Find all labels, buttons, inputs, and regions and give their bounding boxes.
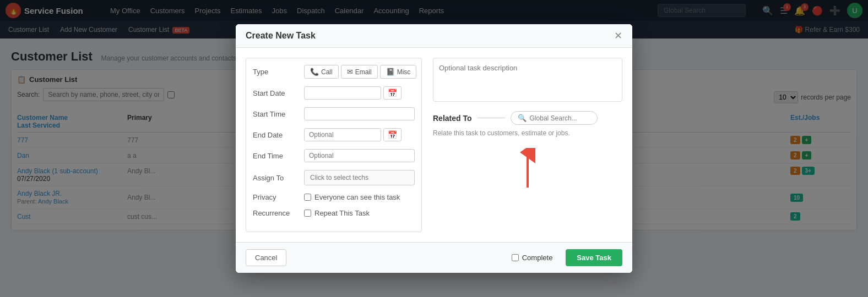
type-buttons: 📞 Call ✉ Email 📓 Misc [304,65,416,79]
related-to-line [478,118,505,118]
end-time-label: End Time [253,152,300,160]
recurrence-checkbox-label: Repeat This Task [314,209,370,217]
privacy-row: Privacy Everyone can see this task [253,193,415,201]
related-to-hint: Relate this task to customers, estimate … [433,129,622,137]
recurrence-checkbox-row: Repeat This Task [304,209,415,217]
type-label: Type [253,68,300,76]
related-to-label: Related To [433,114,472,123]
task-description-input[interactable] [433,58,622,102]
form-section: Type 📞 Call ✉ Email 📓 [246,58,422,232]
privacy-checkbox-row: Everyone can see this task [304,193,415,201]
modal-body: Type 📞 Call ✉ Email 📓 [236,48,632,242]
type-email-button[interactable]: ✉ Email [341,65,378,79]
start-time-input[interactable] [304,107,415,120]
related-search-icon: 🔍 [518,114,527,122]
misc-icon: 📓 [386,68,395,76]
type-row: Type 📞 Call ✉ Email 📓 [253,65,415,79]
email-icon: ✉ [347,68,353,76]
modal-overlay: Create New Task ✕ Type 📞 Call [0,0,868,297]
modal-header: Create New Task ✕ [236,24,632,48]
recurrence-checkbox[interactable] [304,210,311,217]
start-date-calendar-button[interactable]: 📅 [383,86,402,100]
privacy-checkbox-label: Everyone can see this task [314,193,400,201]
related-to-search-box: 🔍 [511,111,598,125]
end-date-label: End Date [253,131,300,139]
assign-to-row: Assign To [253,170,415,185]
type-misc-button[interactable]: 📓 Misc [380,65,417,79]
cancel-button[interactable]: Cancel [246,249,286,266]
start-date-field: 📅 [304,86,415,100]
recurrence-label: Recurrence [253,209,300,217]
modal-left: Type 📞 Call ✉ Email 📓 [246,58,422,232]
related-to-search-input[interactable] [530,114,590,122]
end-time-row: End Time [253,149,415,162]
create-task-modal: Create New Task ✕ Type 📞 Call [236,24,632,273]
save-task-button[interactable]: Save Task [566,249,622,266]
end-date-row: End Date 📅 [253,128,415,141]
arrow-up-indicator [433,148,622,192]
start-time-label: Start Time [253,110,300,118]
end-date-field: 📅 [304,128,415,141]
assign-to-label: Assign To [253,174,300,182]
type-call-button[interactable]: 📞 Call [304,65,339,79]
modal-right: Related To 🔍 Relate this task to custome… [433,58,622,232]
call-icon: 📞 [310,68,319,76]
modal-close-button[interactable]: ✕ [614,31,622,41]
modal-title: Create New Task [246,31,316,41]
complete-area: Complete [512,254,553,262]
start-time-row: Start Time [253,107,415,120]
assign-to-input[interactable] [304,170,415,185]
start-date-label: Start Date [253,89,300,97]
complete-checkbox[interactable] [512,254,519,261]
end-time-input[interactable] [304,149,415,162]
related-to-header: Related To 🔍 [433,111,622,125]
end-date-input[interactable] [304,128,381,141]
end-date-calendar-button[interactable]: 📅 [383,128,402,141]
start-date-input[interactable] [304,86,381,100]
complete-label: Complete [522,254,553,262]
related-to-section: Related To 🔍 Relate this task to custome… [433,111,622,192]
start-date-row: Start Date 📅 [253,86,415,100]
privacy-label: Privacy [253,193,300,201]
recurrence-row: Recurrence Repeat This Task [253,209,415,217]
privacy-checkbox[interactable] [304,194,311,201]
modal-footer: Cancel Complete Save Task [236,242,632,273]
